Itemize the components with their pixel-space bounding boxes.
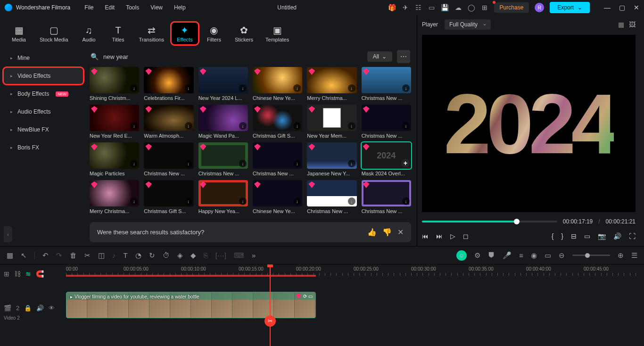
effect-thumbnail[interactable]: ↓ bbox=[144, 105, 193, 131]
effect-card[interactable]: ↓Christmas New ... bbox=[144, 142, 193, 176]
volume-button[interactable]: 🔊 bbox=[613, 232, 621, 240]
snapshot-button[interactable]: 📷 bbox=[598, 232, 606, 240]
video-track-icon[interactable]: 🎬 bbox=[4, 305, 11, 312]
download-icon[interactable]: ↓ bbox=[402, 122, 410, 130]
download-icon[interactable]: ↓ bbox=[239, 122, 247, 130]
effect-card[interactable]: ↓Happy New Yea... bbox=[198, 180, 248, 214]
play-button[interactable]: ▷ bbox=[450, 232, 455, 240]
effect-card[interactable]: ↓Christmas New ... bbox=[198, 142, 248, 176]
effect-card[interactable]: ↓Chinese New Ye... bbox=[253, 67, 302, 101]
sidebar-item-newblue-fx[interactable]: ▸NewBlue FX bbox=[4, 122, 83, 138]
download-icon[interactable]: ↓ bbox=[185, 84, 192, 92]
sidebar-item-video-effects[interactable]: ▸Video Effects bbox=[4, 68, 83, 84]
undo-button[interactable]: ↶ bbox=[42, 251, 49, 260]
download-icon[interactable]: ↓ bbox=[239, 198, 247, 205]
tab-templates[interactable]: ▣Templates bbox=[261, 23, 294, 44]
record-button[interactable]: ◉ bbox=[531, 251, 537, 260]
sidebar-item-boris-fx[interactable]: ▸Boris FX bbox=[4, 140, 83, 156]
video-clip[interactable]: ⟳ ▭ ▸Vlogger filming a video for youtube… bbox=[66, 292, 316, 318]
effect-card[interactable]: ↓Christmas Gift S... bbox=[253, 105, 302, 139]
effect-card[interactable]: ↓Merry Christma... bbox=[307, 67, 356, 101]
effect-card[interactable]: ↓Chinese New Ye... bbox=[253, 180, 302, 214]
effect-card[interactable]: ↓Christmas New ... bbox=[307, 180, 356, 214]
render-button[interactable]: ▭ bbox=[545, 251, 551, 260]
track-button[interactable]: ◈ bbox=[177, 251, 183, 260]
download-icon[interactable]: ↓ bbox=[293, 160, 301, 167]
delete-button[interactable]: 🗑 bbox=[70, 251, 77, 259]
speed-button[interactable]: ◔ bbox=[135, 251, 141, 260]
purchase-button[interactable]: Purchase bbox=[494, 2, 529, 13]
adjust-icon[interactable]: ≋ bbox=[25, 270, 31, 278]
download-icon[interactable]: ↓ bbox=[185, 160, 192, 167]
timeline-body[interactable]: 00:0000:00:05:0000:00:10:0000:00:15:0000… bbox=[66, 264, 644, 346]
effect-thumbnail[interactable]: ↓ bbox=[144, 67, 193, 93]
export-button[interactable]: Export⌄ bbox=[550, 2, 590, 13]
sidebar-item-mine[interactable]: ▸Mine bbox=[4, 50, 83, 66]
download-icon[interactable]: ↓ bbox=[348, 160, 355, 167]
menu-view[interactable]: View bbox=[150, 4, 163, 11]
messages-icon[interactable]: ☷ bbox=[415, 4, 422, 11]
collapse-sidebar-button[interactable]: ‹ bbox=[4, 226, 12, 242]
effect-card[interactable]: ↓Christmas New ... bbox=[362, 67, 411, 101]
effect-card[interactable]: ↓New Year 2024 L... bbox=[198, 67, 248, 101]
download-icon[interactable]: ↓ bbox=[185, 198, 192, 205]
mic-button[interactable]: 🎤 bbox=[503, 251, 512, 260]
more-options-button[interactable]: ⋯ bbox=[397, 50, 410, 63]
search-input[interactable] bbox=[103, 53, 363, 60]
link-icon[interactable]: ⛓ bbox=[14, 270, 21, 278]
crop-button[interactable]: ◫ bbox=[98, 251, 105, 260]
effect-thumbnail[interactable]: ↓ bbox=[307, 180, 356, 206]
close-button[interactable]: ✕ bbox=[634, 4, 639, 11]
download-icon[interactable]: ↓ bbox=[239, 160, 247, 167]
effect-thumbnail[interactable]: ↓ bbox=[253, 67, 302, 93]
download-icon[interactable]: ↓ bbox=[130, 122, 138, 130]
sidebar-item-body-effects[interactable]: ▸Body EffectsNEW bbox=[4, 86, 83, 102]
split-button[interactable]: ✂ bbox=[264, 315, 276, 327]
tab-media[interactable]: ▦Media bbox=[6, 23, 32, 44]
scrub-handle[interactable] bbox=[514, 219, 520, 224]
cut-button[interactable]: ✂ bbox=[84, 251, 91, 260]
redo-button[interactable]: ↷ bbox=[56, 251, 62, 260]
pointer-tool-icon[interactable]: ↖ bbox=[21, 251, 27, 260]
effect-thumbnail[interactable]: ↓ bbox=[198, 105, 248, 131]
visibility-icon[interactable]: 👁 bbox=[49, 305, 55, 312]
effect-card[interactable]: ↓Magic Wand Pa... bbox=[198, 105, 248, 139]
mark-out-button[interactable]: } bbox=[561, 232, 563, 240]
effect-card[interactable]: ↓New Year Mem... bbox=[307, 105, 356, 139]
effect-card[interactable]: ↓Christmas Gift S... bbox=[144, 180, 193, 214]
effect-thumbnail[interactable]: ↓ bbox=[253, 142, 302, 169]
zoom-in-button[interactable]: ⊕ bbox=[618, 251, 624, 260]
download-icon[interactable]: ↓ bbox=[130, 84, 138, 92]
tab-audio[interactable]: ♫Audio bbox=[76, 23, 102, 44]
thumbs-up-button[interactable]: 👍 bbox=[367, 228, 377, 237]
select-tool-icon[interactable]: ▦ bbox=[7, 251, 13, 260]
fullscreen-button[interactable]: ⛶ bbox=[629, 232, 636, 240]
ratio-button[interactable]: ⊟ bbox=[571, 232, 577, 240]
tab-titles[interactable]: TTitles bbox=[105, 23, 132, 44]
zoom-out-button[interactable]: ⊖ bbox=[559, 251, 565, 260]
copy-button[interactable]: ⎘ bbox=[204, 251, 208, 259]
effect-thumbnail[interactable]: ↓ bbox=[362, 105, 411, 131]
tab-stickers[interactable]: ✿Stickers bbox=[230, 23, 258, 44]
effect-card[interactable]: ↓Christmas New ... bbox=[362, 180, 411, 214]
effect-card[interactable]: ↓Warm Atmosph... bbox=[144, 105, 193, 139]
tab-stock-media[interactable]: ▢Stock Media bbox=[35, 23, 73, 44]
text-button[interactable]: T bbox=[124, 251, 128, 259]
stop-button[interactable]: ◻ bbox=[463, 232, 469, 240]
effect-card[interactable]: ↓Merry Christma... bbox=[90, 180, 139, 214]
effect-thumbnail[interactable]: ↓ bbox=[362, 67, 411, 93]
brackets-button[interactable]: [⋯] bbox=[215, 251, 226, 260]
effect-thumbnail[interactable]: ↓ bbox=[198, 142, 248, 169]
menu-help[interactable]: Help bbox=[174, 4, 186, 11]
list-button[interactable]: ☰ bbox=[631, 251, 637, 260]
download-icon[interactable]: ↓ bbox=[348, 198, 355, 205]
overflow-button[interactable]: » bbox=[252, 251, 256, 259]
settings-gear-icon[interactable]: ⚙ bbox=[474, 251, 480, 260]
prev-frame-button[interactable]: ⏮ bbox=[422, 232, 429, 240]
download-icon[interactable]: ↓ bbox=[239, 84, 247, 92]
effect-thumbnail[interactable]: 2024+ bbox=[362, 142, 411, 169]
download-icon[interactable]: ↓ bbox=[185, 122, 192, 130]
mark-in-button[interactable]: { bbox=[552, 232, 554, 240]
effect-card[interactable]: ↓New Year Red E... bbox=[90, 105, 139, 139]
sidebar-item-audio-effects[interactable]: ▸Audio Effects bbox=[4, 104, 83, 120]
